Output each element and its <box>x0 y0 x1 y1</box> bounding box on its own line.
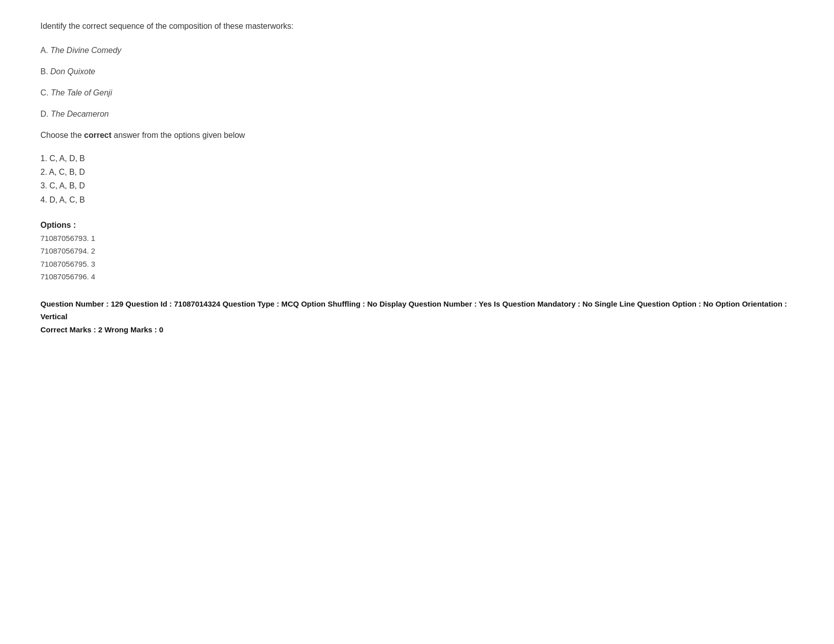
options-label: Options : <box>40 221 794 230</box>
question-container: Identify the correct sequence of the com… <box>40 20 794 336</box>
option-b: B. Don Quixote <box>40 66 794 78</box>
option-id-4: 71087056796. 4 <box>40 270 794 283</box>
option-a-label: A. <box>40 46 51 55</box>
option-c: C. The Tale of Genji <box>40 87 794 99</box>
answer-option-2: 2. A, C, B, D <box>40 165 794 179</box>
option-b-title: Don Quixote <box>51 67 96 76</box>
option-d-title: The Decameron <box>51 110 109 118</box>
choose-prefix: Choose the <box>40 131 84 139</box>
option-a: A. The Divine Comedy <box>40 44 794 57</box>
masterworks-options: A. The Divine Comedy B. Don Quixote C. T… <box>40 44 794 120</box>
meta-line-2: Correct Marks : 2 Wrong Marks : 0 <box>40 323 794 336</box>
option-c-title: The Tale of Genji <box>51 88 112 97</box>
answer-option-1: 1. C, A, D, B <box>40 152 794 165</box>
answer-options: 1. C, A, D, B 2. A, C, B, D 3. C, A, B, … <box>40 152 794 207</box>
option-id-1: 71087056793. 1 <box>40 232 794 245</box>
answer-option-3: 3. C, A, B, D <box>40 179 794 192</box>
answer-option-4: 4. D, A, C, B <box>40 193 794 207</box>
option-id-2: 71087056794. 2 <box>40 244 794 258</box>
option-c-label: C. <box>40 88 51 97</box>
option-b-label: B. <box>40 67 51 76</box>
choose-suffix: answer from the options given below <box>112 131 245 139</box>
option-d-label: D. <box>40 110 51 118</box>
options-section: Options : 71087056793. 1 71087056794. 2 … <box>40 221 794 283</box>
meta-line-1: Question Number : 129 Question Id : 7108… <box>40 298 794 323</box>
option-d: D. The Decameron <box>40 108 794 120</box>
choose-text: Choose the correct answer from the optio… <box>40 129 794 141</box>
choose-bold: correct <box>84 131 111 139</box>
option-id-3: 71087056795. 3 <box>40 258 794 271</box>
question-text: Identify the correct sequence of the com… <box>40 20 794 32</box>
meta-info: Question Number : 129 Question Id : 7108… <box>40 298 794 336</box>
option-a-title: The Divine Comedy <box>51 46 122 55</box>
